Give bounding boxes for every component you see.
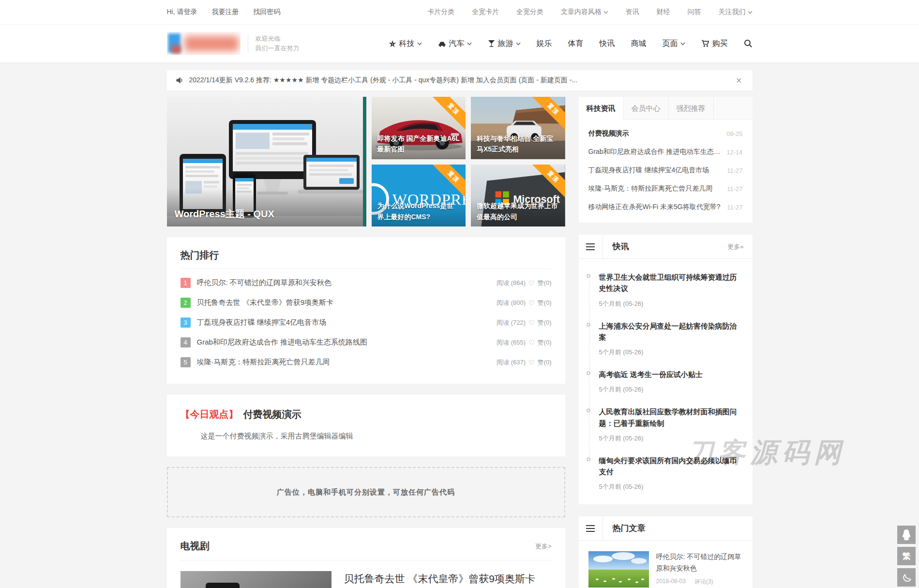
top-utility-bar: Hi, 请登录 我要注册 找回密码 卡片分类 全宽卡片 全宽分类 文章内容风格 … bbox=[0, 0, 919, 25]
main-nav: 科技 汽车 旅游 娱乐 体育 快讯 商城 页面 bbox=[389, 39, 753, 49]
widget-tabs: 科技资讯 会员中心 强烈推荐 bbox=[579, 97, 753, 120]
ranking-article-link[interactable]: 埃隆·马斯克：特斯拉距离死亡曾只差几周 bbox=[197, 358, 497, 367]
featured-card-bmw[interactable]: 置顶 科技与奢华相结合 全新宝马X5正式亮相 bbox=[471, 97, 565, 159]
hot-article-thumb[interactable] bbox=[588, 551, 649, 588]
search-icon bbox=[744, 39, 753, 48]
register-link[interactable]: 我要注册 bbox=[211, 8, 239, 15]
featured-card-wordpress[interactable]: WORDPRESS 置顶 为什么说WordPress是世界上最好的CMS? bbox=[372, 165, 466, 227]
top-menu: 卡片分类 全宽卡片 全宽分类 文章内容风格 资讯 财经 问答 关注我们 bbox=[412, 8, 752, 16]
site-slogan: 欢迎光临 我们一直在努力 bbox=[256, 34, 300, 53]
timeline-dot-icon bbox=[587, 371, 590, 375]
flash-news-more-link[interactable]: 更多» bbox=[727, 242, 743, 251]
nav-shop[interactable]: 商城 bbox=[631, 39, 647, 49]
page-root: Hi, 请登录 我要注册 找回密码 卡片分类 全宽卡片 全宽分类 文章内容风格 … bbox=[0, 0, 919, 588]
widget-title: 快讯 bbox=[613, 241, 728, 252]
ranking-title: 热门排行 bbox=[181, 249, 552, 262]
today-description: 这是一个付费视频演示，采用古腾堡编辑器编辑 bbox=[201, 432, 552, 441]
flash-news-link[interactable]: 缅甸央行要求该国所有国内交易必须以缅币支付 bbox=[599, 455, 744, 478]
traditional-chinese-button[interactable]: 繁 bbox=[897, 547, 916, 565]
qq-contact-button[interactable] bbox=[897, 526, 916, 544]
timeline-dot-icon bbox=[587, 457, 590, 461]
timeline-item: 高考临近 送考生一份应试小贴士 5个月前 (05-26) bbox=[587, 369, 744, 406]
tv-article-title[interactable]: 贝托鲁奇去世 《末代皇帝》曾获9项奥斯卡 bbox=[344, 572, 552, 586]
forgot-password-link[interactable]: 找回密码 bbox=[253, 8, 280, 15]
ranking-row: 5 埃隆·马斯克：特斯拉距离死亡曾只差几周 阅读 (637)♡赞(0) bbox=[181, 352, 552, 372]
topmenu-fullwidth-card[interactable]: 全宽卡片 bbox=[472, 8, 499, 16]
nav-travel[interactable]: 旅游 bbox=[488, 39, 521, 49]
sidebar-article-link[interactable]: 埃隆·马斯克：特斯拉距离死亡曾只差几周 bbox=[588, 184, 722, 193]
featured-card-title: 科技与奢华相结合 全新宝马X5正式亮相 bbox=[471, 131, 565, 159]
widget-title: 热门文章 bbox=[613, 523, 753, 534]
today-article-link[interactable]: 付费视频演示 bbox=[243, 409, 301, 420]
featured-card-audi[interactable]: 置顶 即将发布 国产全新奥迪A6L最新官图 bbox=[372, 97, 466, 159]
sidebar-article-link[interactable]: 付费视频演示 bbox=[588, 129, 721, 138]
slider-caption: WordPress主题 - QUX bbox=[167, 188, 363, 226]
topmenu-qa[interactable]: 问答 bbox=[688, 8, 701, 16]
hot-articles-widget: 热门文章 bbox=[579, 516, 753, 588]
flash-news-link[interactable]: 高考临近 送考生一份应试小贴士 bbox=[599, 369, 744, 380]
nav-pages[interactable]: 页面 bbox=[663, 39, 685, 49]
hamburger-icon bbox=[579, 235, 603, 259]
featured-card-title: 即将发布 国产全新奥迪A6L最新官图 bbox=[372, 131, 466, 159]
chevron-down-icon bbox=[603, 11, 608, 14]
rank-badge: 4 bbox=[181, 337, 191, 347]
hot-article-link[interactable]: 呼伦贝尔: 不可错过的辽阔草原和兴安秋色 bbox=[656, 551, 743, 574]
dark-mode-button[interactable] bbox=[897, 568, 916, 587]
tab-strong-recommend[interactable]: 强烈推荐 bbox=[669, 97, 714, 120]
flash-news-link[interactable]: 人民教育出版社回应数学教材封面和插图问题：已着手重新绘制 bbox=[599, 406, 744, 429]
ranking-article-link[interactable]: 呼伦贝尔: 不可错过的辽阔草原和兴安秋色 bbox=[197, 278, 497, 287]
list-item: 付费视频演示08-25 bbox=[588, 124, 743, 143]
search-button[interactable] bbox=[744, 39, 753, 48]
chevron-down-icon bbox=[417, 42, 422, 45]
ranking-article-link[interactable]: 贝托鲁奇去世 《末代皇帝》曾获9项奥斯卡 bbox=[197, 298, 497, 307]
sidebar-article-link[interactable]: Grab和印尼政府达成合作 推进电动车生态系统路线图 bbox=[588, 148, 721, 156]
today-tag: 【今日观点】 bbox=[181, 409, 239, 420]
flash-news-widget: 快讯 更多» 世界卫生大会就世卫组织可持续筹资通过历史性决议 5个月前 (05-… bbox=[579, 235, 753, 504]
list-item: 移动网络正在杀死Wi-Fi 未来5G将取代宽带?11-27 bbox=[588, 198, 743, 216]
featured-card-title: 为什么说WordPress是世界上最好的CMS? bbox=[372, 198, 466, 226]
sidebar-article-link[interactable]: 丁磊现身夜店打碟 继续押宝4亿电音市场 bbox=[588, 166, 722, 175]
topmenu-finance[interactable]: 财经 bbox=[657, 8, 670, 16]
nav-tech[interactable]: 科技 bbox=[389, 39, 422, 49]
like-icon: ♡ bbox=[528, 279, 535, 287]
flash-news-link[interactable]: 上海浦东公安分局查处一起妨害传染病防治案 bbox=[599, 320, 744, 343]
car-icon bbox=[438, 40, 446, 47]
tabbed-news-widget: 科技资讯 会员中心 强烈推荐 付费视频演示08-25 Grab和印尼政府达成合作… bbox=[579, 97, 753, 223]
ranking-article-link[interactable]: 丁磊现身夜店打碟 继续押宝4亿电音市场 bbox=[197, 318, 497, 327]
tv-article-image[interactable] bbox=[181, 571, 331, 588]
nav-cars[interactable]: 汽车 bbox=[438, 39, 472, 49]
timeline-item: 人民教育出版社回应数学教材封面和插图问题：已着手重新绘制 5个月前 (05-26… bbox=[587, 406, 744, 455]
tv-more-link[interactable]: 更多> bbox=[535, 542, 552, 551]
login-link[interactable]: Hi, 请登录 bbox=[167, 8, 197, 15]
nav-buy[interactable]: 购买 bbox=[701, 39, 728, 49]
topmenu-card-category[interactable]: 卡片分类 bbox=[427, 8, 454, 16]
topmenu-article-style[interactable]: 文章内容风格 bbox=[561, 8, 608, 16]
topmenu-news[interactable]: 资讯 bbox=[626, 8, 639, 16]
ranking-row: 1 呼伦贝尔: 不可错过的辽阔草原和兴安秋色 阅读 (864)♡赞(0) bbox=[181, 273, 552, 293]
flash-news-link[interactable]: 世界卫生大会就世卫组织可持续筹资通过历史性决议 bbox=[599, 271, 744, 294]
nav-flash-news[interactable]: 快讯 bbox=[600, 39, 615, 49]
site-logo[interactable] bbox=[167, 32, 241, 55]
tv-section-panel: 电视剧 更多> bbox=[167, 528, 565, 588]
ad-slot[interactable]: 广告位，电脑和手机可分别设置，可放任何广告代码 bbox=[167, 467, 565, 517]
timeline-dot-icon bbox=[587, 323, 590, 327]
tab-member-center[interactable]: 会员中心 bbox=[624, 97, 669, 120]
floating-toolbar: 繁 bbox=[897, 526, 916, 587]
chevron-down-icon bbox=[680, 42, 685, 45]
close-icon[interactable]: × bbox=[734, 75, 744, 85]
main-column: WordPress主题 - QUX bbox=[167, 97, 565, 588]
rank-badge: 5 bbox=[181, 357, 191, 367]
announcement-bar: 2022/1/14更新 V9.2.6 推荐: ★★★★★ 新增 专题边栏小工具 … bbox=[167, 70, 753, 90]
list-item: 丁磊现身夜店打碟 继续押宝4亿电音市场11-27 bbox=[588, 161, 743, 180]
hero-area: WordPress主题 - QUX bbox=[167, 97, 565, 226]
featured-card-microsoft[interactable]: Microsoft 置顶 微软超越苹果成为世界上市值最高的公司 bbox=[471, 165, 565, 227]
nav-entertainment[interactable]: 娱乐 bbox=[537, 39, 552, 49]
topmenu-fullwidth-category[interactable]: 全宽分类 bbox=[516, 8, 543, 16]
ranking-article-link[interactable]: Grab和印尼政府达成合作 推进电动车生态系统路线图 bbox=[197, 338, 497, 347]
nav-sports[interactable]: 体育 bbox=[568, 39, 584, 49]
featured-slider[interactable]: WordPress主题 - QUX bbox=[167, 97, 366, 226]
topmenu-follow-us[interactable]: 关注我们 bbox=[719, 8, 753, 16]
announcement-text[interactable]: 2022/1/14更新 V9.2.6 推荐: ★★★★★ 新增 专题边栏小工具 … bbox=[189, 76, 734, 85]
sidebar-article-link[interactable]: 移动网络正在杀死Wi-Fi 未来5G将取代宽带? bbox=[588, 203, 722, 211]
tab-tech-news[interactable]: 科技资讯 bbox=[579, 97, 624, 120]
